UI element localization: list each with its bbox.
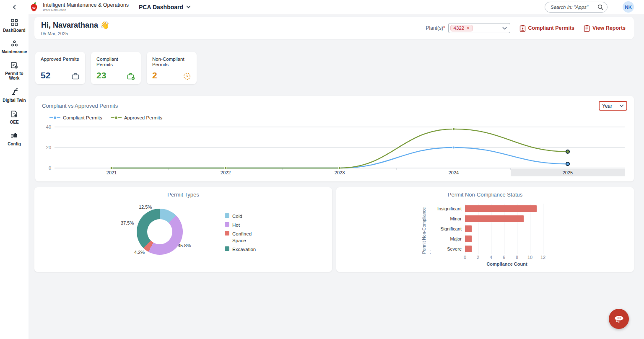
plant-multiselect[interactable]: 4322 × [448, 23, 510, 33]
app-title: PCA Dashboard [139, 4, 183, 10]
sidebar-item-label: DashBoard [3, 28, 25, 33]
brand-tagline: Work Gets Done [43, 8, 129, 12]
plant-chip: 4322 × [450, 25, 473, 31]
bar-row [465, 224, 549, 234]
svg-text:2025: 2025 [563, 170, 573, 175]
kpi-label: Non-Compliant Permits [152, 57, 191, 67]
compliant-permits-button[interactable]: Compliant Permits [519, 25, 574, 32]
bar-row [465, 214, 549, 224]
svg-text:0: 0 [49, 166, 51, 171]
sidebar-item-label: Maintenance [2, 49, 27, 54]
dashboard-icon [10, 18, 18, 26]
svg-text:w: w [32, 6, 36, 10]
donut-chart[interactable]: 12.5%45.8%4.2%37.5% [112, 203, 208, 259]
line-chart[interactable]: 0204020212022202320242025 [42, 121, 627, 184]
greeting-bar: Hi, Navarathana 👋 05 Mar, 2025 Plant(s)*… [34, 17, 634, 39]
plant-chip-value: 4322 [454, 26, 465, 31]
bar[interactable] [465, 205, 537, 212]
chart-title: Compliant vs Approved Permits [42, 103, 118, 109]
robot-arm-icon [10, 88, 19, 96]
view-reports-button[interactable]: View Reports [584, 25, 626, 32]
period-value: Year [602, 103, 612, 109]
chart-legend: Compliant PermitsApproved Permits [49, 115, 627, 120]
chip-remove-icon[interactable]: × [467, 26, 469, 31]
svg-text:40: 40 [46, 124, 51, 129]
maintenance-icon [10, 40, 18, 48]
kpi-card-non-compliant-permits[interactable]: Non-Compliant Permits 2 [147, 52, 197, 84]
legend-item[interactable]: Cold [225, 213, 255, 220]
pending-clock-icon [183, 72, 191, 80]
svg-text:20: 20 [46, 145, 51, 150]
legend-item[interactable]: Excavation [225, 246, 255, 253]
brand-title: Intelligent Maintenance & Operations [43, 2, 129, 8]
permit-document-icon [10, 61, 18, 70]
bar-category-label: Insignificant [433, 204, 462, 214]
chevron-down-icon [186, 5, 191, 8]
legend-item[interactable]: Compliant Permits [49, 115, 102, 120]
bar-row [465, 234, 549, 244]
bar[interactable] [465, 235, 472, 242]
x-axis-label: Compliance Count [465, 261, 549, 267]
required-mark: * [443, 25, 445, 31]
chart-title: Permit Types [34, 191, 332, 198]
bar[interactable] [465, 225, 472, 232]
app-title-dropdown[interactable]: PCA Dashboard [139, 4, 191, 10]
chatbot-fab-button[interactable] [609, 309, 629, 329]
plant-label: Plant(s) [426, 25, 443, 31]
sidebar-item-label: OEE [10, 120, 18, 124]
sidebar-item-label: Config [8, 142, 21, 146]
sidebar-item-permit-to-work[interactable]: Permit to Work [0, 61, 28, 80]
period-select[interactable]: Year [599, 101, 627, 111]
legend-item[interactable]: Hot [225, 222, 255, 228]
sidebar-item-dashboard[interactable]: DashBoard [0, 18, 28, 33]
chevron-down-icon [619, 104, 624, 107]
config-icon [10, 132, 18, 140]
sidebar-item-digital-twin[interactable]: Digital Twin [0, 88, 28, 103]
bar-category-label: Severe [433, 244, 462, 254]
svg-text:2024: 2024 [449, 170, 459, 175]
kpi-card-compliant-permits[interactable]: Compliant Permits 23 [91, 52, 141, 84]
sidebar-collapse-button[interactable] [0, 5, 29, 10]
bar-plot-area[interactable]: 024681012 Compliance Count [465, 204, 549, 254]
sidebar-nav: DashBoard Maintenance Permit to Work [0, 14, 29, 339]
sidebar-item-oee[interactable]: OEE [0, 110, 28, 124]
page-title: Hi, Navarathana 👋 [41, 21, 110, 30]
y-axis-label: Permit Non-Compliance ... [421, 204, 431, 254]
bar[interactable] [465, 246, 472, 252]
chart-legend: ColdHotConfined SpaceExcavation [225, 213, 255, 253]
briefcase-icon [71, 72, 80, 80]
button-label: View Reports [592, 25, 626, 31]
bar-chart-card: Permit Non-Compliance Status Permit Non-… [336, 187, 634, 272]
kpi-label: Approved Permits [41, 57, 80, 62]
sidebar-item-maintenance[interactable]: Maintenance [0, 40, 28, 54]
plant-selector: Plant(s)* 4322 × [426, 23, 510, 33]
legend-item[interactable]: Approved Permits [111, 115, 162, 120]
app-logo: w [29, 2, 39, 13]
svg-text:2023: 2023 [335, 170, 345, 175]
bar-category-label: Minor [433, 214, 462, 224]
bar-category-label: Major [433, 234, 462, 244]
briefcase-check-icon [127, 72, 135, 80]
button-label: Compliant Permits [528, 25, 574, 31]
chart-title: Permit Non-Compliance Status [336, 191, 634, 198]
donut-ring[interactable] [137, 209, 183, 255]
global-search [545, 2, 608, 13]
avatar[interactable]: NK [623, 1, 634, 13]
bar-category-label: Significant [433, 224, 462, 234]
kpi-row: Approved Permits 52 Compliant Permits 23 [35, 52, 634, 84]
sidebar-item-label: Permit to Work [0, 71, 28, 80]
line-chart-card: Compliant vs Approved Permits Year Compl… [35, 96, 634, 181]
chevron-down-icon [502, 27, 507, 30]
brand: w Intelligent Maintenance & Operations W… [29, 2, 129, 13]
top-header: w Intelligent Maintenance & Operations W… [0, 0, 644, 14]
kpi-label: Compliant Permits [96, 57, 135, 67]
bar-categories: InsignificantMinorSignificantMajorSevere [433, 204, 462, 254]
kpi-card-approved-permits[interactable]: Approved Permits 52 [35, 52, 85, 84]
sidebar-item-config[interactable]: Config [0, 132, 28, 146]
pie-slice-label: 12.5% [139, 204, 152, 210]
bar[interactable] [465, 215, 524, 222]
chatbot-icon [613, 314, 625, 324]
search-icon[interactable] [597, 4, 603, 10]
legend-item[interactable]: Confined Space [225, 230, 255, 244]
kpi-value: 23 [96, 70, 106, 80]
